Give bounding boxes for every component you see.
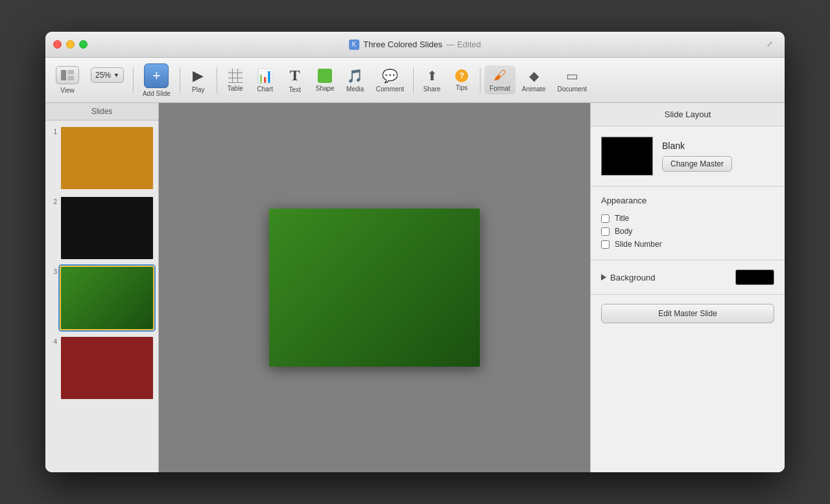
separator-2 [180, 67, 180, 93]
slide-thumbnail-4[interactable] [60, 336, 154, 400]
slide-thumb-container-4: 4 [49, 336, 154, 400]
document-label: Document [557, 86, 587, 93]
separator-3 [217, 67, 217, 93]
title-checkbox-row: Title [601, 212, 774, 225]
close-button[interactable] [53, 40, 62, 49]
fullscreen-icon[interactable]: ⤢ [766, 40, 777, 50]
zoom-dropdown[interactable]: 25% ▼ [91, 67, 124, 83]
shape-button[interactable]: Shape [311, 66, 340, 95]
right-panel-header: Slide Layout [591, 103, 785, 126]
tips-icon: ? [455, 69, 468, 82]
fullscreen-button[interactable] [79, 40, 88, 49]
slide-number-checkbox-label: Slide Number [615, 240, 662, 249]
share-label: Share [423, 86, 441, 93]
background-color-swatch[interactable] [735, 269, 774, 285]
slide-layout-section: Blank Change Master [591, 126, 785, 187]
zoom-control[interactable]: 25% ▼ . [86, 65, 129, 95]
view-icon [56, 66, 79, 84]
media-label: Media [346, 86, 364, 93]
titlebar: K Three Colored Slides — Edited ⤢ [45, 32, 785, 58]
body-checkbox[interactable] [601, 227, 610, 236]
slides-header: Slides [45, 103, 158, 120]
title-checkbox[interactable] [601, 214, 610, 223]
slide-3-preview [61, 267, 153, 329]
background-label: Background [610, 273, 655, 282]
format-button[interactable]: 🖌 Format [484, 65, 516, 95]
svg-rect-0 [61, 70, 66, 80]
table-label: Table [228, 85, 243, 92]
slide-thumb-container-1: 1 [49, 126, 154, 190]
slide-thumbnail-2[interactable] [60, 196, 154, 260]
master-name: Blank [662, 141, 732, 151]
body-checkbox-row: Body [601, 225, 774, 238]
share-button[interactable]: ⬆ Share [418, 65, 446, 95]
edit-master-button[interactable]: Edit Master Slide [601, 304, 774, 323]
title-checkbox-label: Title [615, 214, 629, 223]
table-icon [228, 69, 243, 83]
comment-icon: 💬 [382, 68, 398, 84]
comment-label: Comment [376, 86, 404, 93]
slide-4-preview [61, 337, 153, 399]
chart-icon: 📊 [257, 68, 273, 84]
tips-button[interactable]: ? Tips [447, 67, 476, 94]
document-icon: ▭ [566, 68, 578, 84]
chart-label: Chart [257, 86, 273, 93]
background-section: Background [591, 260, 785, 295]
share-icon: ⬆ [427, 68, 438, 84]
separator-1 [133, 67, 134, 93]
table-button[interactable]: Table [221, 66, 250, 95]
add-slide-icon: + [144, 63, 169, 88]
animate-icon: ◆ [529, 68, 539, 84]
media-button[interactable]: 🎵 Media [341, 65, 370, 95]
app-icon: K [349, 40, 359, 50]
add-slide-button[interactable]: + Add Slide [137, 61, 176, 100]
background-expand-icon [601, 274, 606, 281]
svg-rect-2 [67, 76, 74, 80]
window-title: Three Colored Slides [363, 40, 442, 49]
text-label: Text [289, 86, 301, 93]
change-master-button[interactable]: Change Master [662, 156, 732, 172]
master-info: Blank Change Master [662, 141, 732, 172]
slide-canvas[interactable] [269, 209, 480, 367]
slide-number-4: 4 [49, 336, 57, 345]
text-icon: T [290, 67, 300, 84]
separator-4 [413, 67, 414, 93]
zoom-value: 25% [95, 71, 111, 80]
document-button[interactable]: ▭ Document [552, 65, 592, 95]
chart-button[interactable]: 📊 Chart [251, 65, 279, 95]
slide-number-2: 2 [49, 196, 57, 205]
main-content: Slides 1 2 3 [45, 103, 785, 472]
slide-number-checkbox[interactable] [601, 240, 610, 249]
play-label: Play [192, 86, 204, 93]
play-icon: ▶ [193, 67, 204, 84]
animate-label: Animate [522, 86, 546, 93]
body-checkbox-label: Body [615, 227, 632, 236]
play-button[interactable]: ▶ Play [184, 65, 213, 96]
slides-list: 1 2 3 4 [45, 120, 158, 472]
media-icon: 🎵 [347, 68, 363, 84]
background-toggle[interactable]: Background [601, 273, 655, 282]
slide-thumbnail-3[interactable] [60, 266, 154, 330]
titlebar-title: K Three Colored Slides — Edited [349, 40, 481, 50]
minimize-button[interactable] [66, 40, 75, 49]
slide-number-1: 1 [49, 126, 57, 135]
traffic-lights [53, 40, 88, 49]
slide-2-preview [61, 197, 153, 259]
tips-label: Tips [456, 84, 468, 91]
format-label: Format [490, 85, 510, 92]
slide-thumb-container-3: 3 [49, 266, 154, 330]
shape-label: Shape [316, 85, 335, 92]
appearance-section: Appearance Title Body Slide Number [591, 187, 785, 260]
zoom-chevron-icon: ▼ [113, 72, 119, 78]
slide-number-checkbox-row: Slide Number [601, 238, 774, 251]
slide-thumbnail-1[interactable] [60, 126, 154, 190]
slide-thumb-container-2: 2 [49, 196, 154, 260]
svg-rect-1 [67, 70, 74, 74]
comment-button[interactable]: 💬 Comment [371, 65, 409, 95]
master-preview [601, 137, 653, 176]
edit-master-section: Edit Master Slide [591, 295, 785, 332]
animate-button[interactable]: ◆ Animate [517, 65, 551, 95]
text-button[interactable]: T Text [281, 64, 309, 96]
window-subtitle: — Edited [446, 40, 480, 49]
view-button[interactable]: View [51, 63, 84, 97]
